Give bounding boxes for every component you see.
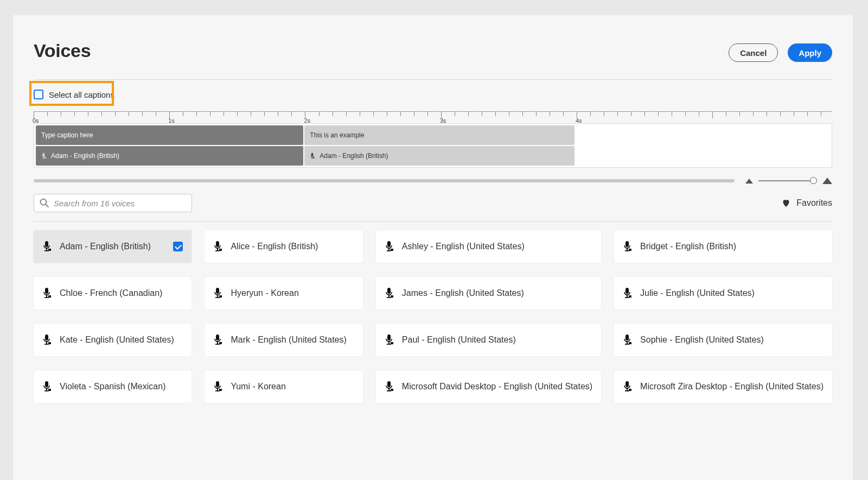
voice-card[interactable]: Mark - English (United States) bbox=[205, 324, 362, 356]
voice-name: Chloe - French (Canadian) bbox=[60, 288, 183, 298]
voice-card[interactable]: Julie - English (United States) bbox=[614, 277, 832, 310]
voice-name: Hyeryun - Korean bbox=[231, 288, 354, 298]
voice-card[interactable]: Bridget - English (British) bbox=[614, 230, 832, 263]
voice-name: Violeta - Spanish (Mexican) bbox=[60, 382, 183, 391]
cancel-button[interactable]: Cancel bbox=[729, 43, 778, 62]
voice-segment-2[interactable]: Adam - English (British) bbox=[304, 146, 575, 166]
search-input[interactable]: Search from 16 voices bbox=[34, 194, 192, 212]
mic-icon bbox=[41, 153, 47, 159]
mic-icon bbox=[623, 241, 633, 252]
heart-icon bbox=[781, 198, 791, 208]
mic-icon bbox=[385, 241, 394, 252]
mic-icon bbox=[385, 334, 394, 345]
caption-segment-2[interactable]: This is an example bbox=[304, 125, 575, 145]
timeline-scrollbar[interactable] bbox=[34, 179, 735, 182]
voices-panel: Voices Cancel Apply Select all captions … bbox=[13, 15, 853, 480]
voice-card[interactable]: Ashley - English (United States) bbox=[376, 230, 601, 263]
voice-name: Alice - English (British) bbox=[231, 242, 354, 251]
voice-name: Sophie - English (United States) bbox=[640, 335, 824, 345]
search-icon bbox=[40, 198, 49, 208]
zoom-out-icon[interactable] bbox=[745, 179, 753, 184]
voice-card[interactable]: Hyeryun - Korean bbox=[205, 277, 362, 310]
select-all-checkbox[interactable] bbox=[34, 90, 43, 99]
ruler-label: 1s bbox=[168, 117, 175, 124]
caption-segment-1[interactable]: Type caption here bbox=[36, 125, 303, 145]
ruler-label: 4s bbox=[576, 117, 582, 124]
divider bbox=[34, 79, 832, 80]
select-all-label: Select all captions bbox=[49, 90, 114, 99]
ruler-label: 0s bbox=[33, 117, 39, 124]
mic-icon bbox=[42, 334, 52, 345]
mic-icon bbox=[42, 381, 52, 392]
mic-icon bbox=[623, 334, 633, 345]
zoom-in-icon[interactable] bbox=[822, 178, 832, 184]
caption-text: Type caption here bbox=[41, 131, 93, 139]
voice-segment-1[interactable]: Adam - English (British) bbox=[36, 146, 303, 166]
mic-icon bbox=[623, 288, 633, 299]
mic-icon bbox=[42, 241, 52, 252]
voice-label: Adam - English (British) bbox=[320, 152, 388, 160]
voice-name: Julie - English (United States) bbox=[640, 288, 824, 298]
voice-name: Bridget - English (British) bbox=[640, 242, 824, 251]
voice-name: Adam - English (British) bbox=[60, 242, 183, 251]
search-placeholder: Search from 16 voices bbox=[54, 199, 135, 208]
voice-name: Yumi - Korean bbox=[231, 382, 354, 391]
mic-icon bbox=[42, 288, 52, 299]
voice-name: Paul - English (United States) bbox=[402, 335, 592, 345]
ruler-label: 2s bbox=[304, 117, 310, 124]
mic-icon bbox=[385, 288, 394, 299]
voice-card[interactable]: Microsoft David Desktop - English (Unite… bbox=[376, 370, 601, 403]
timeline[interactable]: Type caption here This is an example Ada… bbox=[34, 123, 832, 168]
mic-icon bbox=[213, 334, 223, 345]
voice-name: James - English (United States) bbox=[402, 288, 592, 298]
voice-name: Microsoft Zira Desktop - English (United… bbox=[640, 382, 824, 391]
ruler-label: 3s bbox=[440, 117, 446, 124]
mic-icon bbox=[385, 381, 394, 392]
timeline-ruler[interactable]: 0s1s2s3s4s bbox=[34, 111, 832, 123]
voice-card-grid: Adam - English (British)Alice - English … bbox=[34, 230, 832, 403]
apply-button[interactable]: Apply bbox=[788, 43, 832, 62]
favorites-label: Favorites bbox=[796, 198, 832, 208]
voice-card[interactable]: Adam - English (British) bbox=[34, 230, 192, 263]
select-all-captions[interactable]: Select all captions bbox=[34, 90, 832, 99]
voice-card[interactable]: Microsoft Zira Desktop - English (United… bbox=[614, 370, 832, 403]
zoom-slider[interactable] bbox=[758, 180, 817, 181]
zoom-control[interactable] bbox=[745, 178, 832, 184]
voice-card[interactable]: James - English (United States) bbox=[376, 277, 601, 310]
mic-icon bbox=[213, 381, 223, 392]
voice-label: Adam - English (British) bbox=[51, 152, 119, 160]
voice-card[interactable]: Paul - English (United States) bbox=[376, 324, 601, 356]
caption-text: This is an example bbox=[310, 131, 364, 139]
voice-name: Kate - English (United States) bbox=[60, 335, 183, 345]
voice-name: Ashley - English (United States) bbox=[402, 242, 592, 251]
mic-icon bbox=[213, 288, 223, 299]
voice-card[interactable]: Kate - English (United States) bbox=[34, 324, 192, 356]
voice-card[interactable]: Yumi - Korean bbox=[205, 370, 362, 403]
page-title: Voices bbox=[34, 40, 91, 61]
voice-name: Mark - English (United States) bbox=[231, 335, 354, 345]
mic-icon bbox=[213, 241, 223, 252]
voice-card[interactable]: Alice - English (British) bbox=[205, 230, 362, 263]
voice-card[interactable]: Violeta - Spanish (Mexican) bbox=[34, 370, 192, 403]
mic-icon bbox=[623, 381, 633, 392]
voice-name: Microsoft David Desktop - English (Unite… bbox=[402, 382, 592, 391]
mic-icon bbox=[310, 153, 315, 159]
selected-check-icon bbox=[173, 242, 183, 251]
voice-card[interactable]: Chloe - French (Canadian) bbox=[34, 277, 192, 310]
favorites-toggle[interactable]: Favorites bbox=[781, 198, 832, 208]
divider bbox=[34, 221, 832, 222]
voice-card[interactable]: Sophie - English (United States) bbox=[614, 324, 832, 356]
